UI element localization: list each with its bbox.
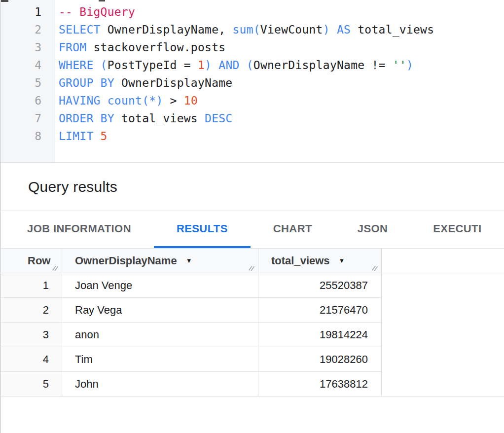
owner-display-name-cell: anon <box>62 323 258 347</box>
code-line[interactable]: FROM stackoverflow.posts <box>59 38 504 56</box>
row-number-cell: 2 <box>1 298 62 323</box>
owner-display-name-cell: Ray Vega <box>62 298 258 323</box>
top-edge-mark <box>99 0 105 1</box>
column-header-row[interactable]: Row <box>1 249 62 273</box>
code-token: sum( <box>232 23 260 36</box>
code-line[interactable]: ORDER BY total_views DESC <box>59 109 504 127</box>
column-label: total_views <box>271 254 330 267</box>
code-token <box>330 23 337 36</box>
code-token: 1 <box>198 59 205 72</box>
code-token: ( <box>101 59 108 72</box>
code-token: ) <box>406 59 413 72</box>
line-number-gutter: 12345678 <box>1 0 55 162</box>
code-token <box>101 94 108 107</box>
tab-job-information[interactable]: JOB INFORMATION <box>4 211 154 248</box>
column-resize-handle-icon[interactable] <box>371 263 379 271</box>
line-number: 7 <box>1 109 55 127</box>
code-token: OwnerDisplayName != <box>253 59 393 72</box>
code-token: PostTypeId = <box>108 59 198 72</box>
line-number: 6 <box>1 92 55 109</box>
code-line[interactable]: WHERE (PostTypeId = 1) AND (OwnerDisplay… <box>59 56 504 74</box>
caret-down-icon[interactable]: ▼ <box>186 257 192 264</box>
code-token: OwnerDisplayName <box>114 76 233 89</box>
code-token: ) <box>323 23 330 36</box>
total-views-cell: 19814224 <box>258 323 382 347</box>
line-number: 2 <box>1 21 55 38</box>
code-token: DESC <box>205 112 232 125</box>
code-token: total_views <box>114 112 205 125</box>
row-number-cell: 3 <box>1 323 62 347</box>
code-token: FROM <box>59 41 86 54</box>
code-token: total_views <box>351 23 434 36</box>
column-header-total_views[interactable]: total_views▼ <box>258 249 382 273</box>
line-number: 1 <box>1 3 55 21</box>
column-header-ownerdisplayname[interactable]: OwnerDisplayName▼ <box>62 249 258 273</box>
tab-executi[interactable]: EXECUTI <box>410 211 504 248</box>
code-token: 5 <box>101 130 108 143</box>
column-label: Row <box>28 254 50 267</box>
code-token: ViewCount <box>260 23 323 36</box>
results-table: RowOwnerDisplayName▼total_views▼1Joan Ve… <box>1 249 504 397</box>
column-resize-handle-icon[interactable] <box>52 263 60 271</box>
code-token <box>94 130 101 143</box>
caret-down-icon[interactable]: ▼ <box>339 257 345 264</box>
line-number: 3 <box>1 38 55 56</box>
code-token <box>94 59 101 72</box>
column-resize-handle-icon[interactable] <box>248 263 256 271</box>
line-number: 4 <box>1 56 55 74</box>
total-views-cell: 17638812 <box>258 372 382 397</box>
total-views-cell: 25520387 <box>258 273 382 298</box>
owner-display-name-cell: John <box>62 372 258 397</box>
query-results-header: Query results <box>1 163 504 211</box>
code-line[interactable]: -- BigQuery <box>59 3 504 21</box>
row-number-cell: 1 <box>1 273 62 298</box>
total-views-cell: 21576470 <box>258 298 382 323</box>
results-tabs: JOB INFORMATIONRESULTSCHARTJSONEXECUTI <box>1 211 504 249</box>
code-token: count(*) <box>108 94 163 107</box>
code-token: 10 <box>184 94 198 107</box>
code-token: > <box>163 94 183 107</box>
row-spacer-cell <box>382 298 504 323</box>
code-token: OwnerDisplayName, <box>101 23 233 36</box>
code-token: ) <box>205 59 212 72</box>
code-line[interactable]: SELECT OwnerDisplayName, sum(ViewCount) … <box>59 21 504 38</box>
row-spacer-cell <box>382 347 504 372</box>
code-token: ORDER BY <box>59 112 114 125</box>
line-number: 5 <box>1 74 55 92</box>
code-token: GROUP BY <box>59 76 114 89</box>
code-token: -- BigQuery <box>59 5 135 18</box>
row-spacer-cell <box>382 273 504 298</box>
row-spacer-cell <box>382 372 504 397</box>
owner-display-name-cell: Joan Venge <box>62 273 258 298</box>
code-line[interactable]: HAVING count(*) > 10 <box>59 92 504 109</box>
tab-results[interactable]: RESULTS <box>154 211 251 248</box>
code-token: '' <box>393 59 406 72</box>
total-views-cell: 19028260 <box>258 347 382 372</box>
code-area[interactable]: -- BigQuerySELECT OwnerDisplayName, sum(… <box>55 0 504 162</box>
code-token <box>240 59 247 72</box>
results-table-grid: RowOwnerDisplayName▼total_views▼1Joan Ve… <box>1 249 504 397</box>
code-token: stackoverflow.posts <box>86 41 225 54</box>
code-line[interactable]: GROUP BY OwnerDisplayName <box>59 74 504 92</box>
code-token: AND <box>218 59 239 72</box>
tab-chart[interactable]: CHART <box>251 211 335 248</box>
code-token: SELECT <box>59 23 101 36</box>
header-spacer-cell <box>382 249 504 273</box>
code-token: AS <box>337 23 351 36</box>
column-label: OwnerDisplayName <box>75 254 177 267</box>
row-spacer-cell <box>382 323 504 347</box>
code-token <box>212 59 218 72</box>
code-token: LIMIT <box>59 130 94 143</box>
line-number: 8 <box>1 127 55 145</box>
tab-json[interactable]: JSON <box>335 211 411 248</box>
owner-display-name-cell: Tim <box>62 347 258 372</box>
bigquery-query-panel: 12345678 -- BigQuerySELECT OwnerDisplayN… <box>0 0 504 433</box>
code-token: HAVING <box>59 94 101 107</box>
page-title: Query results <box>28 179 117 195</box>
sql-editor[interactable]: 12345678 -- BigQuerySELECT OwnerDisplayN… <box>1 0 504 163</box>
code-line[interactable]: LIMIT 5 <box>59 127 504 145</box>
code-token: ( <box>247 59 253 72</box>
top-edge-mark <box>1 0 8 2</box>
row-number-cell: 4 <box>1 347 62 372</box>
code-token: WHERE <box>59 59 94 72</box>
